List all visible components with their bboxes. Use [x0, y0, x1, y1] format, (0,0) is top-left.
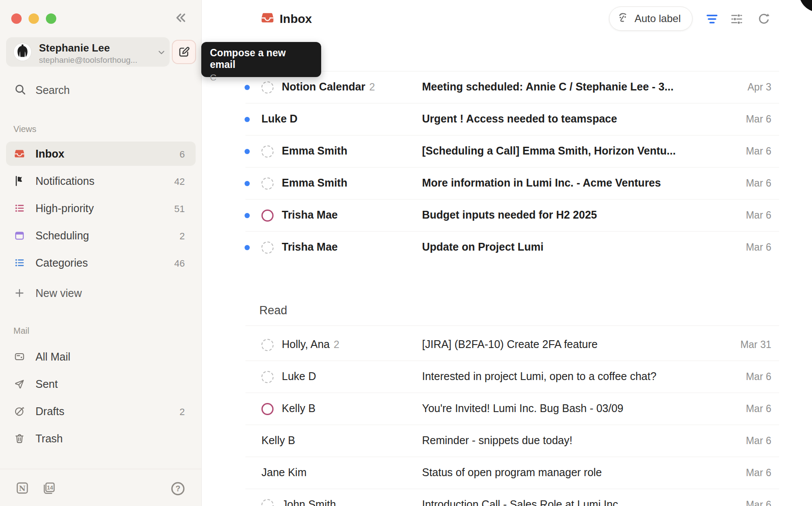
auto-label-text: Auto label [635, 13, 681, 25]
unread-dot [245, 149, 250, 154]
email-row[interactable]: Kelly B Reminder - snippets due today! M… [202, 425, 812, 457]
sidebar-view-item[interactable]: High-priority 51 [6, 196, 196, 220]
email-date: Mar 6 [746, 209, 771, 221]
notion-calendar-app-icon[interactable] [42, 481, 56, 497]
email-date: Mar 31 [740, 339, 771, 351]
email-row[interactable]: Luke D Interested in project Lumi, open … [202, 361, 812, 393]
email-subject: Urgent ! Access needed to teamspace [422, 113, 617, 125]
close-window-button[interactable] [11, 13, 22, 24]
email-subject: Status of open program manager role [422, 466, 602, 479]
email-date: Mar 6 [746, 242, 771, 253]
sidebar-view-item[interactable]: Categories 46 [6, 251, 196, 275]
refresh-icon [757, 13, 770, 26]
tooltip-shortcut: C [210, 72, 313, 83]
minimize-window-button[interactable] [29, 13, 39, 24]
refresh-button[interactable] [757, 12, 771, 26]
label-circle[interactable] [261, 177, 274, 190]
new-view-button[interactable]: New view [6, 281, 196, 305]
label-circle[interactable] [261, 403, 274, 415]
email-subject: More information in Lumi Inc. - Acme Ven… [422, 177, 661, 189]
email-sender: Kelly B [261, 434, 295, 447]
view-count: 46 [174, 258, 185, 269]
email-row[interactable]: Trisha Mae Budget inputs needed for H2 2… [202, 200, 812, 232]
label-circle[interactable] [261, 81, 274, 93]
email-row[interactable]: Emma Smith More information in Lumi Inc.… [202, 168, 812, 200]
window-controls [11, 13, 56, 24]
view-count: 2 [180, 231, 185, 242]
sidebar-view-item[interactable]: Notifications 42 [6, 169, 196, 193]
label-circle[interactable] [261, 145, 274, 158]
email-subject: You're Invited! Lumi Inc. Bug Bash - 03/… [422, 402, 623, 415]
email-sender: Trisha Mae [282, 241, 338, 253]
email-row[interactable]: Kelly B You're Invited! Lumi Inc. Bug Ba… [202, 393, 812, 425]
unread-dot [245, 213, 250, 218]
label-circle[interactable] [261, 209, 274, 222]
notion-app-icon[interactable] [16, 481, 29, 496]
email-date: Apr 3 [748, 81, 771, 93]
email-subject: Introduction Call - Sales Role at Lumi I… [422, 498, 621, 506]
email-subject: Budget inputs needed for H2 2025 [422, 209, 597, 221]
email-row[interactable]: Emma Smith [Scheduling a Call] Emma Smit… [202, 135, 812, 168]
view-icon [14, 148, 25, 159]
folder-icon [14, 433, 25, 444]
search-button[interactable]: Search [0, 82, 202, 99]
tooltip-title: Compose a new email [210, 47, 313, 71]
view-count: 51 [174, 203, 185, 215]
folder-icon [14, 406, 25, 416]
sidebar-view-item[interactable]: Scheduling 2 [6, 223, 196, 248]
zoom-window-button[interactable] [46, 13, 56, 24]
auto-label-button[interactable]: Auto label [609, 6, 693, 31]
compose-button[interactable] [172, 40, 196, 64]
compose-tooltip: Compose a new email C [201, 42, 321, 77]
thread-count: 2 [334, 338, 339, 350]
collapse-sidebar-button[interactable] [171, 10, 188, 26]
profile-name: Stephanie Lee [39, 42, 110, 54]
sidebar-mail-item[interactable]: All Mail [6, 345, 196, 369]
email-row[interactable]: Jane Kim Status of open program manager … [202, 457, 812, 489]
email-row[interactable]: Holly, Ana2 [JIRA] (B2FA-10) Create 2FA … [202, 329, 812, 361]
unread-dot [245, 181, 250, 186]
email-date: Mar 6 [746, 177, 771, 189]
sidebar-mail-item[interactable]: Drafts 2 [6, 399, 196, 423]
display-settings-button[interactable] [730, 12, 744, 26]
sidebar: Stephanie Lee stephanie@toolsforthoug...… [0, 0, 202, 506]
views-section-label: Views [13, 124, 36, 134]
filter-button[interactable] [705, 12, 719, 26]
email-sender: Holly, Ana2 [282, 338, 339, 351]
folder-label: Drafts [35, 405, 64, 418]
email-sender: Emma Smith [282, 145, 347, 157]
view-label: Categories [35, 257, 88, 269]
folder-label: Sent [35, 378, 58, 390]
email-sender: Luke D [282, 370, 316, 383]
sidebar-mail-item[interactable]: Sent [6, 372, 196, 396]
email-subject: Meeting scheduled: Annie C / Stephanie L… [422, 81, 673, 93]
email-sender: Kelly B [282, 402, 316, 415]
label-circle[interactable] [261, 371, 274, 383]
label-circle[interactable] [261, 242, 274, 254]
label-circle[interactable] [261, 339, 274, 351]
email-date: Mar 6 [746, 435, 771, 447]
label-circle[interactable] [261, 499, 274, 506]
new-view-label: New view [35, 287, 82, 300]
email-row[interactable]: Luke D Urgent ! Access needed to teamspa… [202, 103, 812, 135]
inbox-icon [261, 11, 274, 26]
help-button[interactable] [171, 481, 185, 498]
folder-icon [14, 379, 25, 389]
thread-count: 2 [369, 81, 375, 93]
email-sender: John Smith [282, 498, 336, 506]
view-label: Scheduling [35, 229, 89, 242]
chevron-down-icon [157, 48, 166, 59]
sidebar-view-item[interactable]: Inbox 6 [6, 142, 196, 166]
sliders-icon [730, 13, 743, 26]
view-icon [14, 258, 25, 268]
account-switcher[interactable]: Stephanie Lee stephanie@toolsforthoug... [6, 37, 170, 67]
plus-icon [14, 288, 25, 298]
unread-dot [245, 85, 250, 90]
email-row[interactable]: Trisha Mae Update on Project Lumi Mar 6 [202, 232, 812, 264]
email-row[interactable]: John Smith Introduction Call - Sales Rol… [202, 489, 812, 506]
avatar [14, 43, 31, 61]
sidebar-mail-item[interactable]: Trash [6, 426, 196, 451]
email-sender: Emma Smith [282, 177, 347, 189]
email-date: Mar 6 [746, 403, 771, 415]
email-sender: Luke D [261, 113, 297, 125]
